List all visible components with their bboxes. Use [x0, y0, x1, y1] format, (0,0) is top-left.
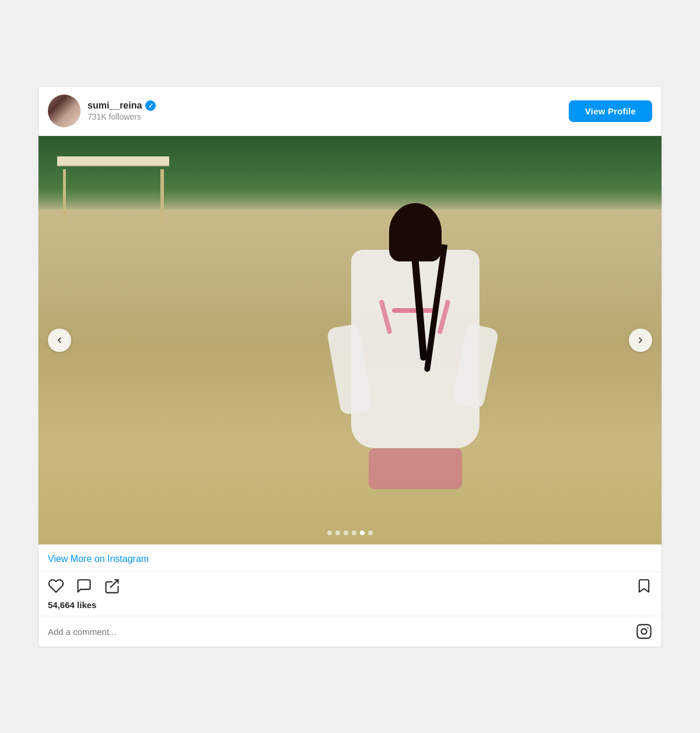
pergola-post-left	[63, 169, 66, 222]
post-image	[38, 136, 662, 544]
carousel-prev-button[interactable]	[48, 329, 71, 352]
user-info-container: sumi__reina 731K followers	[48, 95, 156, 127]
like-button[interactable]	[48, 578, 64, 594]
beach-scene	[38, 136, 662, 544]
view-more-link[interactable]: View More on Instagram	[48, 554, 149, 564]
view-profile-button[interactable]: View Profile	[569, 100, 652, 122]
person-figure	[334, 203, 497, 483]
avatar[interactable]	[48, 95, 80, 127]
instagram-post-card: sumi__reina 731K followers View Profile	[38, 86, 662, 647]
verified-badge-icon	[145, 100, 156, 111]
dot-4[interactable]	[352, 530, 356, 535]
username-row: sumi__reina	[88, 100, 156, 111]
carousel-next-button[interactable]	[629, 329, 652, 352]
followers-count: 731K followers	[88, 112, 156, 121]
figure-arm-left	[326, 323, 373, 415]
figure-arm-right	[451, 323, 499, 410]
comment-input[interactable]	[48, 627, 636, 637]
share-button[interactable]	[104, 578, 120, 594]
instagram-icon[interactable]	[636, 623, 652, 640]
user-details: sumi__reina 731K followers	[88, 100, 156, 121]
post-header: sumi__reina 731K followers View Profile	[38, 86, 662, 136]
username: sumi__reina	[88, 100, 142, 111]
actions-bar	[38, 572, 662, 598]
bikini-bottom	[369, 448, 462, 489]
pergola-structure	[57, 156, 169, 222]
bikini-strap-left	[379, 299, 392, 334]
comment-area	[38, 616, 662, 647]
comment-button[interactable]	[76, 578, 92, 594]
dot-6[interactable]	[368, 530, 373, 535]
figure-hair	[389, 203, 442, 261]
svg-line-0	[111, 580, 118, 588]
carousel-dots	[327, 530, 373, 535]
pergola-roof	[57, 156, 169, 166]
dot-2[interactable]	[335, 530, 340, 535]
actions-left	[48, 578, 120, 594]
dot-1[interactable]	[327, 530, 332, 535]
dot-5-active[interactable]	[360, 530, 365, 535]
svg-point-3	[647, 627, 648, 628]
save-button[interactable]	[636, 578, 652, 594]
svg-point-2	[641, 629, 646, 634]
dot-3[interactable]	[344, 530, 348, 535]
likes-count: 54,664 likes	[38, 598, 662, 616]
view-more-section: View More on Instagram	[38, 544, 662, 572]
pergola-post-right	[160, 169, 164, 222]
svg-rect-1	[637, 624, 650, 638]
